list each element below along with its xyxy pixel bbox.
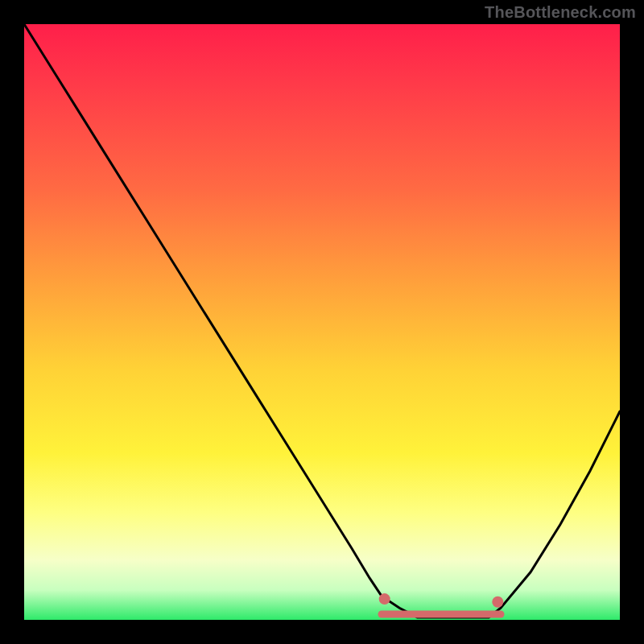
- marker-left-dot: [379, 593, 390, 605]
- marker-right-dot: [492, 597, 503, 608]
- bottleneck-curve: [24, 24, 620, 617]
- watermark-text: TheBottleneck.com: [485, 3, 636, 22]
- curve-layer: [24, 24, 620, 620]
- chart-frame: TheBottleneck.com: [0, 0, 644, 644]
